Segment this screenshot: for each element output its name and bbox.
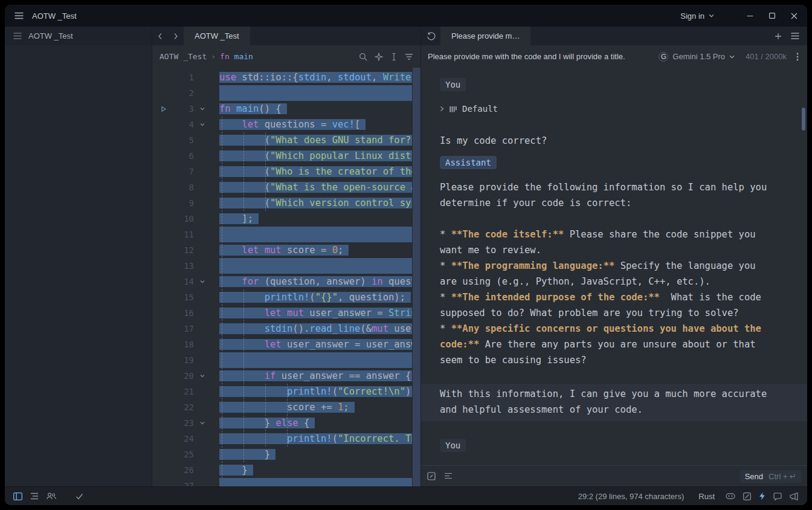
project-panel-toggle-icon[interactable] [13,492,22,500]
assistant-message-closing: With this information, I can give you a … [421,384,807,421]
tab-assistant-context[interactable]: Please provide m… [440,27,530,45]
assistant-panel: Please provide m… Please provide me with… [420,27,807,486]
breadcrumb-file: AOTW _Test [160,52,207,61]
inline-assist-icon[interactable] [375,53,383,61]
nav-back-icon[interactable] [152,27,168,45]
code-line[interactable]: ("Which version control system was creat… [219,195,413,211]
run-icon[interactable] [161,106,167,112]
code-line[interactable]: } [219,462,253,478]
gutter-row: 8 [152,179,219,195]
assistant-toggle-icon[interactable] [759,492,765,500]
outline-panel-toggle-icon[interactable] [30,492,39,500]
context-block-row[interactable]: Default [440,102,498,115]
code-line[interactable]: } [219,447,276,462]
code-line[interactable]: ("What does GNU stand for?", "GNU's Not … [219,132,413,148]
gutter-row: 26 [152,462,219,478]
assistant-message-line: are using (e.g., Python, JavaScript, C++… [440,274,767,289]
assistant-message-line: supposed to do? What problem are you try… [440,305,767,321]
expand-editor-icon[interactable] [427,472,436,480]
code-line[interactable] [219,352,413,368]
code-line[interactable] [219,258,413,274]
line-number: 19 [184,352,194,368]
editor-scrollbar[interactable] [412,68,420,486]
cursor-position[interactable]: 29:2 (29 lines, 974 characters) [578,492,685,501]
line-number: 16 [184,305,194,321]
project-root-label: AOTW _Test [28,31,73,40]
code-editor[interactable]: 1234567891011121314151617181920212223242… [152,68,420,486]
fold-toggle-icon[interactable] [199,121,205,128]
new-context-icon[interactable] [770,27,787,45]
copilot-icon[interactable] [726,492,735,500]
assistant-message-line: code:** Are there any parts you are unsu… [440,337,767,352]
search-icon[interactable] [359,53,367,61]
maximize-button[interactable] [769,13,775,19]
filter-lines-icon[interactable] [405,53,413,60]
code-line[interactable]: println!("Correct!\n"); [219,384,413,399]
nav-forward-icon[interactable] [168,27,184,45]
code-line[interactable]: println!("Incorrect. The answer is {}.\n… [219,431,413,447]
fold-toggle-icon[interactable] [199,420,205,426]
more-menu-icon[interactable] [796,53,799,61]
code-line[interactable]: use std::io::{stdin, stdout, Write}; [219,69,413,85]
chat-scrollbar[interactable] [802,108,805,131]
line-number: 22 [184,399,194,415]
project-panel-menu-icon[interactable] [13,33,22,39]
project-panel-header[interactable]: AOTW _Test [5,27,152,45]
code-line[interactable]: let mut score = 0; [219,242,349,258]
code-line[interactable] [219,85,413,101]
gutter-row: 17 [152,321,219,337]
fold-toggle-icon[interactable] [199,373,205,379]
line-number: 26 [184,462,194,478]
code-line[interactable]: stdin().read_line(&mut user_answer).unwr… [219,321,413,337]
panel-menu-icon[interactable] [787,27,804,45]
code-line[interactable]: ("Who is the creator of the Linux kernel… [219,164,413,179]
code-line[interactable]: for (question, answer) in questions { [219,274,413,289]
gutter-row: 22 [152,399,219,415]
fold-toggle-icon[interactable] [199,106,205,112]
minimize-button[interactable] [747,13,753,19]
history-icon[interactable] [421,27,440,45]
fold-toggle-icon[interactable] [199,279,205,285]
code-line[interactable]: println!("{}", question); [219,289,411,305]
code-line[interactable]: ]; [219,211,259,227]
assistant-message-line: With this information, I can give you a … [440,386,807,402]
line-number: 9 [189,195,194,211]
code-line[interactable]: fn main() { [219,101,287,117]
code-line[interactable] [219,478,413,486]
code-line[interactable]: let questions = vec![ [219,117,366,132]
tab-editor-file[interactable]: AOTW _Test [184,27,250,45]
message-options-icon[interactable] [444,473,453,480]
app-menu-icon[interactable] [14,12,24,19]
project-panel-body[interactable] [5,45,152,486]
chat-panel-toggle-icon[interactable] [773,492,782,500]
editor-toolbar: AOTW _Test › fn main [152,45,420,68]
feedback-megaphone-icon[interactable] [790,492,799,500]
prompt-library-icon [450,105,457,113]
close-button[interactable] [791,13,798,19]
code-line[interactable] [219,227,413,242]
sign-in-button[interactable]: Sign in [680,11,714,21]
code-line[interactable]: ("Which popular Linux distribution is ba… [219,148,413,164]
code-line[interactable]: if user_answer == answer { [219,368,413,384]
user-message[interactable]: Is my code correct? [440,133,547,149]
inline-completion-toggle-icon[interactable] [743,492,751,500]
model-selector[interactable]: G Gemini 1.5 Pro [659,52,735,62]
assistant-message-body: Please provide the following information… [440,179,767,368]
gutter-row: 15 [152,289,219,305]
text-cursor-icon[interactable] [390,53,398,61]
indent-guide [287,384,288,447]
user-role-chip: You [440,78,466,91]
diagnostics-check-icon[interactable] [76,493,83,500]
collab-panel-toggle-icon[interactable] [47,492,56,500]
code-line[interactable]: let mut user_answer = String::new(); [219,305,413,321]
sign-in-label: Sign in [680,11,704,21]
code-line[interactable]: ("What is the open-source alternative to… [219,179,413,195]
assistant-message-line: and helpful assessment of your code. [440,402,807,418]
code-line[interactable]: let user_answer = user_answer.trim(); [219,337,413,352]
code-line[interactable]: } else { [219,415,315,431]
send-button[interactable]: Send Ctrl + ↵ [740,470,801,483]
line-number: 23 [184,415,194,431]
language-indicator[interactable]: Rust [698,492,715,501]
breadcrumb[interactable]: AOTW _Test › fn main [160,52,253,61]
code-content[interactable]: use std::io::{stdin, stdout, Write};fn m… [219,68,413,486]
